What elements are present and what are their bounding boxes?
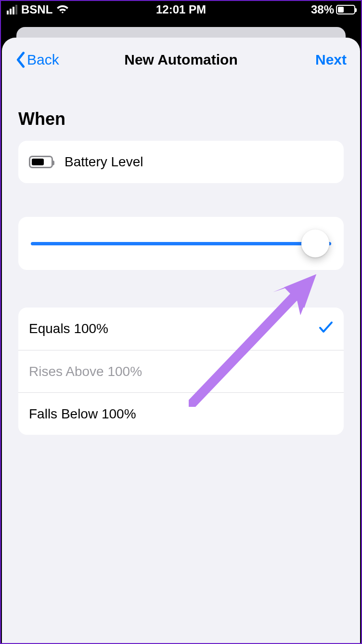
- option-label: Equals 100%: [29, 321, 319, 336]
- checkmark-icon: [319, 321, 333, 337]
- trigger-label: Battery Level: [65, 154, 333, 170]
- chevron-left-icon: [15, 52, 26, 68]
- slider-thumb[interactable]: [301, 229, 329, 257]
- option-rises-above: Rises Above 100%: [18, 350, 344, 392]
- back-label: Back: [27, 52, 59, 68]
- next-button[interactable]: Next: [315, 52, 347, 68]
- battery-level-slider[interactable]: [31, 242, 331, 245]
- option-equals[interactable]: Equals 100%: [18, 308, 344, 350]
- navigation-bar: Back New Automation Next: [2, 38, 360, 82]
- battery-icon: [336, 5, 355, 14]
- battery-percent-label: 38%: [311, 3, 334, 16]
- option-falls-below[interactable]: Falls Below 100%: [18, 392, 344, 435]
- back-button[interactable]: Back: [15, 52, 59, 68]
- status-bar: BSNL 12:01 PM 38%: [0, 0, 362, 19]
- battery-level-slider-card: [18, 217, 344, 270]
- section-header-when: When: [18, 109, 344, 129]
- battery-status: 38%: [311, 3, 355, 16]
- option-label: Rises Above 100%: [29, 364, 333, 379]
- battery-level-icon: [29, 156, 53, 168]
- carrier-label: BSNL: [21, 3, 52, 16]
- cellular-signal-icon: [7, 5, 17, 14]
- modal-sheet: Back New Automation Next When Battery Le…: [2, 38, 360, 644]
- condition-options-card: Equals 100% Rises Above 100% Falls Below…: [18, 308, 344, 435]
- wifi-icon: [56, 3, 69, 16]
- trigger-row-battery-level[interactable]: Battery Level: [18, 141, 344, 183]
- option-label: Falls Below 100%: [29, 406, 333, 422]
- trigger-card: Battery Level: [18, 141, 344, 183]
